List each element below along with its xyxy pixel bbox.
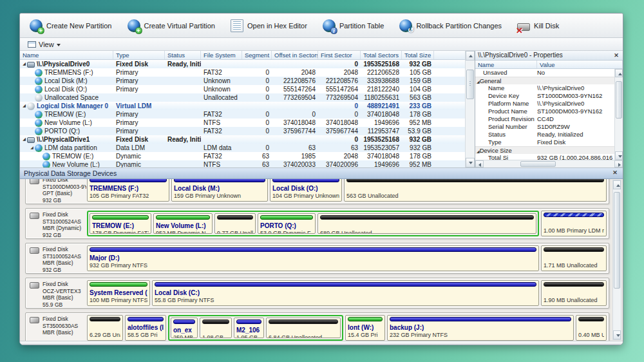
view-menu-button[interactable]: View xyxy=(24,40,64,49)
partition-box[interactable]: Major (D:)932 GB Primary NTFS xyxy=(87,245,539,271)
partition-box[interactable]: 0.40 MB U xyxy=(576,315,607,341)
table-vertical-scrollbar[interactable] xyxy=(465,51,475,167)
property-row[interactable]: Device Size xyxy=(475,146,614,154)
property-row[interactable]: StatusReady, Initialized xyxy=(475,131,614,138)
scroll-right-arrow-icon[interactable] xyxy=(614,160,623,167)
scroll-thumb[interactable] xyxy=(520,161,556,167)
partition-box[interactable]: 1.71 MB Unallocated xyxy=(541,245,607,271)
property-row[interactable]: Total Si932 GB (1,000,204,886,016 b xyxy=(475,154,614,160)
column-header-total-size[interactable]: Total Size xyxy=(402,51,434,59)
property-row[interactable]: General xyxy=(475,77,614,84)
scroll-down-arrow-icon[interactable] xyxy=(466,158,475,167)
table-row[interactable]: LDM data partitionData LDMLDM data063631… xyxy=(20,144,465,152)
table-row[interactable]: Local Disk (M:)PrimaryUnknown02212085762… xyxy=(20,77,465,85)
partition-box[interactable]: 1.90 MB Unallocated xyxy=(541,280,607,306)
column-header-name[interactable]: Name xyxy=(20,51,113,59)
table-row[interactable]: TREMOW (E:)DynamicFAT3263198520483740180… xyxy=(20,152,465,160)
disk-row[interactable]: Fixed DiskST31000524ASMBR (Dynamic)932 G… xyxy=(25,208,609,239)
table-row[interactable]: TREMMENS (F:)PrimaryFAT32020482048221206… xyxy=(20,68,465,77)
partition-box[interactable]: Local Disk (C:)55.8 GB Primary NTFS xyxy=(152,280,539,306)
property-row[interactable]: Serial NumberS1D0RZ9W xyxy=(475,123,614,131)
property-row[interactable]: UnsavedNo xyxy=(475,69,614,77)
scroll-up-arrow-icon[interactable] xyxy=(466,51,475,61)
disk-row[interactable]: Fixed DiskST1000DM003-9Y…GPT (Basic)932 … xyxy=(25,179,609,204)
column-header-status[interactable]: Status xyxy=(165,51,201,59)
scroll-left-arrow-icon[interactable] xyxy=(475,160,484,167)
partition-box[interactable]: 689 GB Unallocated xyxy=(317,213,536,234)
scroll-track[interactable] xyxy=(466,61,475,158)
expander-icon[interactable] xyxy=(21,60,27,68)
column-header-offset-in-sectors[interactable]: Offset in Sectors xyxy=(272,51,318,59)
close-icon[interactable]: ✕ xyxy=(611,168,619,178)
toolbar-button-open-in-hex-editor[interactable]: Open in Hex Editor xyxy=(226,18,312,33)
scroll-track[interactable] xyxy=(613,189,621,330)
partition-box[interactable]: TREMOW (E:)178 GB Dynamic FAT32 xyxy=(90,213,151,234)
properties-vertical-scrollbar[interactable] xyxy=(614,69,623,160)
partition-box[interactable]: 1.00 MB Primary LDM me xyxy=(541,211,607,236)
column-header-file-system[interactable]: File System xyxy=(201,51,242,59)
partition-box[interactable]: Local Disk (M:)159 GB Primary Unknown xyxy=(171,179,268,202)
disk-row[interactable]: Fixed DiskOCZ-VERTEX3MBR (Basic)55.9 GBS… xyxy=(25,278,609,309)
expander-icon[interactable] xyxy=(21,102,27,110)
partition-box[interactable]: on_ex259 MB xyxy=(171,318,198,338)
devices-vertical-scrollbar[interactable] xyxy=(612,180,621,340)
properties-col-value[interactable]: Value xyxy=(537,61,623,68)
toolbar-button-create-virtual-partition[interactable]: +Create Virtual Partition xyxy=(123,18,220,33)
property-row[interactable]: Platform Name\\.\PhysicalDrive0 xyxy=(475,100,614,108)
table-row[interactable]: Local Disk (O:)PrimaryUnknown05551472645… xyxy=(20,85,465,93)
partition-box[interactable]: 6.84 GB Unallocated xyxy=(266,318,341,338)
scroll-thumb[interactable] xyxy=(616,81,622,119)
partition-box[interactable]: 563 GB Unallocated xyxy=(344,179,607,202)
expander-icon[interactable] xyxy=(21,135,27,144)
property-row[interactable]: Product NameST1000DM003-9YN162 xyxy=(475,108,614,115)
table-row[interactable]: Unallocated SpaceUnallocated077326950477… xyxy=(20,93,465,102)
scroll-down-arrow-icon[interactable] xyxy=(613,330,621,339)
partition-box[interactable]: 9.77 GB Unallocat xyxy=(214,213,256,234)
table-row[interactable]: \\.\PhysicalDrive0Fixed DiskReady, Initi… xyxy=(20,60,465,68)
partition-box[interactable]: PORTO (Q:)53.9 GB Dynamic F xyxy=(258,213,316,234)
column-header-segment[interactable]: Segment xyxy=(242,51,272,59)
close-icon[interactable]: ✕ xyxy=(612,51,620,60)
toolbar-button-kill-disk[interactable]: Kill Disk xyxy=(513,19,564,32)
scroll-track[interactable] xyxy=(484,160,614,167)
disk-row[interactable]: Fixed DiskST31000524ASMBR (Basic)932 GBM… xyxy=(25,243,609,274)
table-row[interactable]: Logical Disk Manager 0Virtual LDM0488921… xyxy=(20,102,465,110)
table-row[interactable]: \\.\PhysicalDrive1Fixed DiskReady, Initi… xyxy=(20,135,465,144)
property-row[interactable]: Device KeyST1000DM003-9YN162 xyxy=(475,92,614,100)
partition-box[interactable]: 6.29 GB Unall xyxy=(87,315,123,341)
scroll-up-arrow-icon[interactable] xyxy=(613,180,621,189)
row-type-cell: Fixed Disk xyxy=(113,60,165,68)
partition-box[interactable]: backup (J:)232 GB Primary NTFS xyxy=(387,315,574,341)
partition-box[interactable]: Local Disk (O:)104 GB Primary Unknown xyxy=(270,179,342,202)
toolbar-button-partition-table[interactable]: iPartition Table xyxy=(318,18,389,33)
properties-horizontal-scrollbar[interactable] xyxy=(475,160,623,167)
property-row[interactable]: Product RevisionCC4D xyxy=(475,115,614,123)
partition-box[interactable]: TREMMENS (F:)105 GB Primary FAT32 xyxy=(87,179,169,202)
scroll-up-arrow-icon[interactable] xyxy=(615,69,623,77)
partition-box[interactable]: M2_1061.95 GB xyxy=(234,318,264,338)
partition-box[interactable]: New Volume (L:)952 MB Dynamic N xyxy=(153,213,213,234)
column-header-total-sectors[interactable]: Total Sectors xyxy=(361,51,402,59)
partition-box[interactable]: alotoffiles (I58.5 GB Pri xyxy=(125,315,166,341)
table-row[interactable]: PORTO (Q:)PrimaryFAT32037596774437596774… xyxy=(20,127,465,135)
properties-col-name[interactable]: Name xyxy=(475,61,537,68)
table-row[interactable]: New Volume (L:)PrimaryNTFS03740180483740… xyxy=(20,119,465,127)
toolbar-button-create-new-partition[interactable]: +Create New Partition xyxy=(25,18,117,33)
property-row[interactable]: TypeFixed Disk xyxy=(475,138,614,146)
scroll-track[interactable] xyxy=(615,77,623,151)
scroll-thumb[interactable] xyxy=(614,192,620,289)
row-offset-cell xyxy=(272,60,318,68)
table-row[interactable]: New Volume (L:)DynamicNTFS63374020033374… xyxy=(20,160,465,167)
column-header-type[interactable]: Type xyxy=(113,51,165,59)
partition-box[interactable]: System Reserved (1:)100 MB Primary NTFS xyxy=(87,280,150,306)
table-row[interactable]: TREMOW (E:)PrimaryFAT32000374018048178 G… xyxy=(20,110,465,119)
property-row[interactable]: Name\\.\PhysicalDrive0 xyxy=(475,84,614,92)
expander-icon[interactable] xyxy=(29,144,35,152)
partition-box[interactable]: lont (W:)15.4 GB Pri xyxy=(345,315,385,341)
disk-row[interactable]: Fixed DiskST3500630ASMBR (Basic)6.29 GB … xyxy=(25,312,609,341)
partition-box[interactable]: 1.98 GB xyxy=(200,318,232,338)
toolbar-button-rollback-partition-changes[interactable]: ↺Rollback Partition Changes xyxy=(395,18,506,33)
scroll-down-arrow-icon[interactable] xyxy=(615,151,623,160)
column-header-first-sector[interactable]: First Sector xyxy=(318,51,361,59)
scroll-thumb[interactable] xyxy=(466,70,474,99)
